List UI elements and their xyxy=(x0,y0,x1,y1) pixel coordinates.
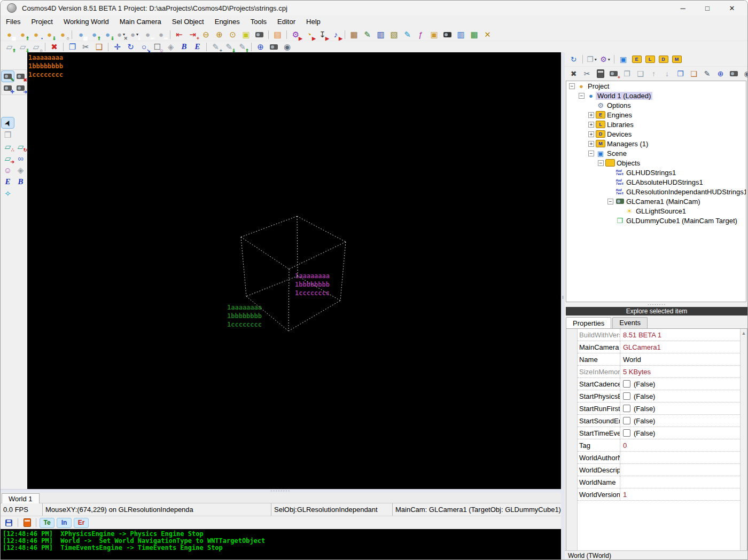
property-value[interactable]: 5 KBytes xyxy=(620,368,740,376)
bold-icon[interactable]: B xyxy=(14,176,27,187)
package-icon[interactable]: ▣ xyxy=(428,29,440,40)
close-world-icon[interactable]: ●✕▾ xyxy=(115,29,127,40)
menu-engines[interactable]: Engines xyxy=(209,15,245,28)
rename-icon[interactable]: ✎ xyxy=(701,68,713,79)
libraries-folder-icon[interactable]: L xyxy=(644,54,656,65)
panel-splitter-grip[interactable] xyxy=(565,303,748,306)
book-editor-icon[interactable]: ▥ xyxy=(375,29,387,40)
expander-minus-icon[interactable]: − xyxy=(569,83,575,89)
camera-delete-icon[interactable]: ✖ xyxy=(14,71,27,82)
maximize-button[interactable]: □ xyxy=(695,1,720,15)
font-tool-icon[interactable]: ƒ xyxy=(415,29,427,40)
new-world-icon[interactable]: ●▤ xyxy=(75,29,87,40)
vertical-splitter[interactable] xyxy=(561,52,565,560)
menu-help[interactable]: Help xyxy=(301,15,326,28)
property-value[interactable]: (False) xyxy=(620,392,740,400)
expander-plus-icon[interactable]: + xyxy=(588,131,594,137)
edit-points-icon[interactable]: ▱∴ xyxy=(2,141,14,152)
pose-icon[interactable]: ☐☺ xyxy=(151,42,163,52)
save-log-icon[interactable] xyxy=(3,517,15,528)
save-world-icon[interactable]: ●⇓ xyxy=(102,29,114,40)
property-value[interactable]: (False) xyxy=(620,405,740,413)
effects-icon[interactable]: E xyxy=(2,176,14,187)
add-camera-icon[interactable]: + xyxy=(607,68,620,79)
property-value[interactable]: 0 xyxy=(620,441,740,449)
project-tree[interactable]: −●Project−●World 1 (Loaded)⚙Options+EEng… xyxy=(566,81,746,302)
property-value[interactable]: 8.51 BETA 1 xyxy=(620,331,740,339)
fill-icon[interactable]: ◈ xyxy=(165,42,177,52)
checkbox[interactable] xyxy=(623,429,630,437)
measure-add-icon[interactable]: ⇥+ xyxy=(186,29,199,40)
clear-log-icon[interactable] xyxy=(21,517,33,528)
tree-item-scene[interactable]: −▣Scene xyxy=(566,148,746,158)
refresh-icon[interactable]: ↻ xyxy=(567,54,580,65)
pen-down-icon[interactable]: ✎⇓ xyxy=(223,42,235,52)
camera-path-icon[interactable]: ➔ xyxy=(14,83,27,93)
select-pointer-icon[interactable]: ➤ xyxy=(2,117,14,128)
script-editor-icon[interactable]: ✎ xyxy=(361,29,373,40)
delete-object-icon[interactable]: ✖ xyxy=(48,42,60,52)
devices-folder-icon[interactable]: D xyxy=(657,54,669,65)
tree-item-objects[interactable]: −Objects xyxy=(566,158,746,168)
checkbox[interactable] xyxy=(623,417,630,424)
close-button[interactable]: ✕ xyxy=(720,1,744,15)
camera-move-icon[interactable]: ✛ xyxy=(2,83,14,93)
menu-working-world[interactable]: Working World xyxy=(58,15,114,28)
new-project-icon[interactable]: ●▤ xyxy=(3,29,15,40)
paste-icon[interactable]: ❑ xyxy=(93,42,105,52)
engines-folder-icon[interactable]: E xyxy=(630,54,643,65)
scale-icon[interactable]: ○↘ xyxy=(138,42,150,52)
expander-plus-icon[interactable]: + xyxy=(588,122,594,128)
zoom-out-icon[interactable]: ⊖ xyxy=(200,29,212,40)
tree-item-glcamera1-maincam[interactable]: −GLCamera1 (MainCam) xyxy=(566,196,746,206)
checkbox[interactable] xyxy=(623,392,630,400)
expander-minus-icon[interactable]: − xyxy=(607,199,613,204)
monitor-icon[interactable]: ▣ xyxy=(617,54,629,65)
tree-item-libraries[interactable]: +LLibraries xyxy=(566,120,746,129)
light-tool-icon[interactable]: ✧ xyxy=(2,188,14,199)
tab-events[interactable]: Events xyxy=(612,317,648,328)
photo-camera-icon[interactable] xyxy=(441,29,454,40)
measure-icon[interactable]: ⇤ xyxy=(173,29,185,40)
open-world-icon[interactable]: ●⇑ xyxy=(88,29,100,40)
save-project-icon[interactable]: ●▪ xyxy=(30,29,42,40)
menu-main-camera[interactable]: Main Camera xyxy=(114,15,167,28)
pen-add-icon[interactable]: ✎+ xyxy=(209,42,222,52)
expander-minus-icon[interactable]: − xyxy=(588,151,594,156)
trash-icon[interactable] xyxy=(594,68,606,79)
clone-object-icon[interactable]: ❐ xyxy=(2,129,14,140)
expander-plus-icon[interactable]: + xyxy=(588,141,594,147)
menu-project[interactable]: Project xyxy=(26,15,58,28)
find-project-icon[interactable]: ●○ xyxy=(57,29,69,40)
screenshot-icon[interactable]: ▤ xyxy=(271,29,284,40)
checkbox[interactable] xyxy=(623,380,630,388)
tree-item-managers-1[interactable]: +MManagers (1) xyxy=(566,139,746,148)
hardware-icon[interactable]: ▦ xyxy=(468,29,480,40)
camera-view-icon[interactable] xyxy=(253,29,266,40)
effects-icon[interactable]: E xyxy=(191,42,204,52)
save-object-icon[interactable]: ▱⇓ xyxy=(17,42,29,52)
move-up-icon[interactable]: ↑ xyxy=(648,68,660,79)
tab-properties[interactable]: Properties xyxy=(566,317,611,329)
tree-item-gllightsource1[interactable]: ☀GLLightSource1 xyxy=(566,206,746,216)
tree-item-glhudstrings1[interactable]: HudTextGLHUDStrings1 xyxy=(566,168,746,177)
camera-item-icon[interactable] xyxy=(728,68,740,79)
gui-editor-icon[interactable]: ▧ xyxy=(388,29,400,40)
tools-icon[interactable]: ✕ xyxy=(481,29,494,40)
fit-view-icon[interactable]: ▣ xyxy=(240,29,252,40)
tree-item-glabsolutehudstrings1[interactable]: HudTextGLAbsoluteHUDStrings1 xyxy=(566,177,746,187)
engines-run-icon[interactable]: ⚙▶ xyxy=(290,29,302,40)
copy-item-icon[interactable]: ❐ xyxy=(674,68,687,79)
menu-editor[interactable]: Editor xyxy=(272,15,301,28)
load-object-icon[interactable]: ▱⇑ xyxy=(3,42,15,52)
paste-item-icon[interactable]: ❑ xyxy=(688,68,700,79)
menu-tools[interactable]: Tools xyxy=(245,15,272,28)
world-tab[interactable]: World 1 xyxy=(2,493,40,504)
world-forward-icon[interactable]: ●⇒ xyxy=(155,29,167,40)
find-object-icon[interactable]: ▱○ xyxy=(30,42,42,52)
property-value[interactable]: 1 xyxy=(620,491,740,499)
clone-item-icon[interactable]: ❐▾ xyxy=(586,54,598,65)
tree-item-gldummycube1-maincam-target[interactable]: ❒GLDummyCube1 (MainCam Target) xyxy=(566,216,746,225)
expander-minus-icon[interactable]: − xyxy=(598,160,604,166)
delete-item-icon[interactable]: ✖ xyxy=(567,68,580,79)
